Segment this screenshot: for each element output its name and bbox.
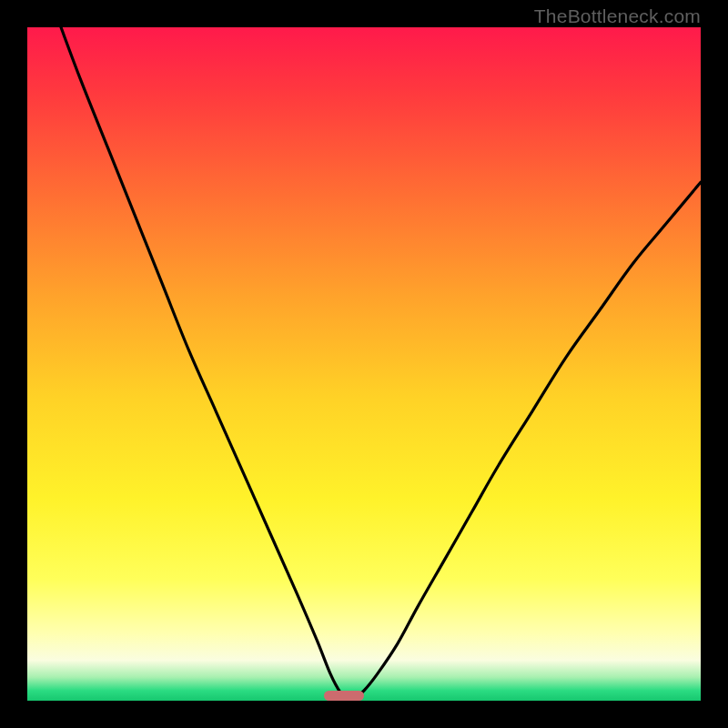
optimum-marker — [324, 691, 364, 701]
plot-area — [27, 27, 701, 701]
chart-frame: TheBottleneck.com — [0, 0, 728, 728]
watermark-text: TheBottleneck.com — [534, 5, 701, 27]
bottleneck-curve — [27, 27, 701, 701]
